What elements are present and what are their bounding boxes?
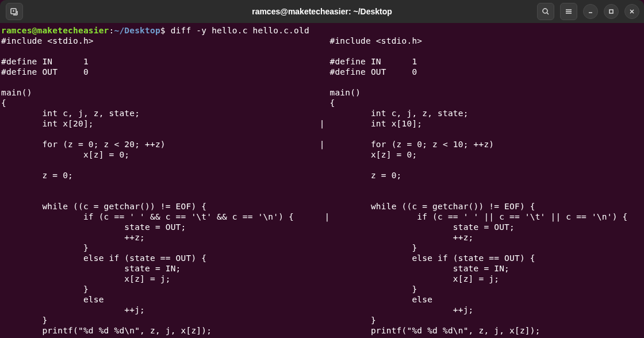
titlebar: ramces@maketecheasier: ~/Desktop	[0, 0, 644, 23]
svg-rect-2	[610, 10, 613, 13]
minimize-icon	[586, 7, 595, 16]
diff-line: state = IN; state = IN;	[1, 264, 509, 273]
diff-line: printf("%d %d %d\n", z, j, x[z]); printf…	[1, 326, 540, 335]
maximize-button[interactable]	[604, 4, 619, 19]
maximize-icon	[607, 7, 616, 16]
diff-line: } }	[1, 243, 417, 252]
diff-line: for (z = 0; z < 20; ++z) | for (z = 0; z…	[1, 140, 494, 149]
prompt-path: ~/Desktop	[114, 26, 160, 35]
diff-line: } }	[1, 285, 417, 294]
diff-line: { {	[1, 98, 335, 107]
hamburger-icon	[564, 7, 573, 16]
close-button[interactable]	[624, 4, 639, 19]
menu-button[interactable]	[560, 3, 577, 20]
diff-line: else else	[1, 295, 432, 304]
diff-line: x[z] = 0; x[z] = 0;	[1, 150, 417, 159]
prompt-dollar: $	[160, 26, 166, 35]
diff-line: } }	[1, 316, 376, 325]
diff-line: while ((c = getchar()) != EOF) { while (…	[1, 202, 535, 211]
terminal-content[interactable]: ramces@maketecheasier:~/Desktop$ diff -y…	[0, 23, 644, 336]
command-text: diff -y hello.c hello.c.old	[166, 26, 309, 35]
diff-line: z = 0; z = 0;	[1, 171, 402, 180]
diff-line: state = OUT; state = OUT;	[1, 222, 515, 232]
svg-point-1	[543, 9, 547, 13]
diff-line: #define OUT 0 #define OUT 0	[1, 67, 417, 76]
search-button[interactable]	[537, 3, 554, 20]
window-title: ramces@maketecheasier: ~/Desktop	[252, 7, 392, 16]
prompt-user: ramces@maketecheasier	[1, 26, 109, 35]
diff-line: ++j; ++j;	[1, 305, 474, 314]
diff-line: int x[20]; | int x[10];	[1, 119, 422, 128]
search-icon	[541, 7, 550, 16]
diff-line: #define IN 1 #define IN 1	[1, 57, 417, 66]
new-tab-button[interactable]	[6, 3, 23, 20]
diff-line: int c, j, z, state; int c, j, z, state;	[1, 109, 469, 118]
diff-line: if (c == ' ' && c == '\t' && c == '\n') …	[1, 212, 627, 221]
close-icon	[627, 7, 637, 16]
minimize-button[interactable]	[583, 4, 598, 19]
diff-line: #include <stdio.h> #include <stdio.h>	[1, 36, 422, 45]
diff-line: else if (state == OUT) { else if (state …	[1, 254, 535, 263]
diff-line: main() main()	[1, 88, 361, 97]
titlebar-right	[537, 3, 639, 20]
diff-line: ++z; ++z;	[1, 233, 474, 242]
titlebar-left	[5, 3, 23, 20]
diff-line: x[z] = j; x[z] = j;	[1, 274, 499, 283]
new-tab-icon	[10, 7, 19, 16]
